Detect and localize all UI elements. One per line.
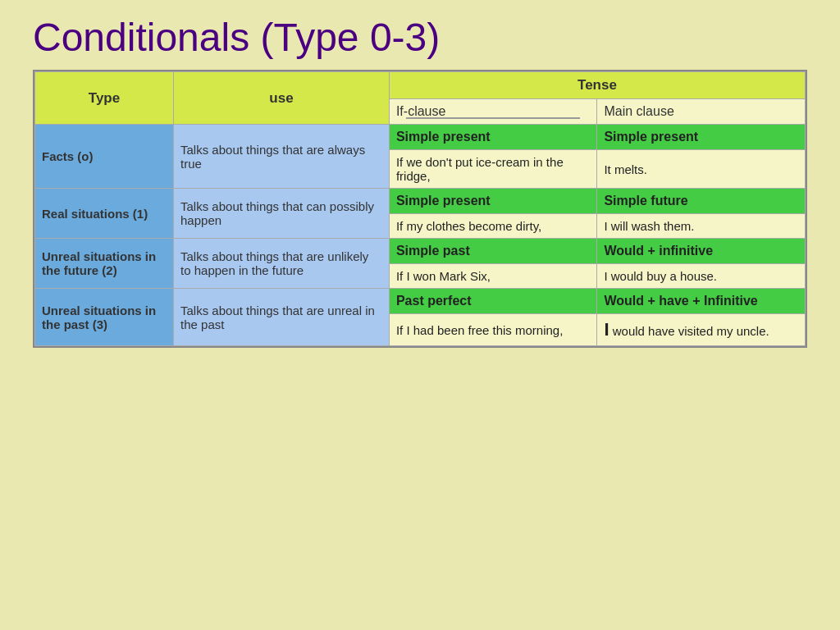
capital-i: I — [604, 319, 609, 340]
row4-tense-main: Would + have + Infinitive — [597, 289, 806, 314]
table-row: Unreal situations in the past (3) Talks … — [35, 289, 806, 314]
col-header-main-clause: Main clause — [597, 99, 806, 125]
row4-example-main-text: would have visited my uncle. — [613, 324, 769, 338]
row3-tense-main: Would + infinitive — [597, 239, 806, 264]
row2-type: Real situations (1) — [35, 189, 174, 239]
col-header-type: Type — [35, 72, 174, 125]
col-header-if-clause: If-clause — [389, 99, 597, 125]
table-row: Facts (o) Talks about things that are al… — [35, 125, 806, 150]
table-row: Real situations (1) Talks about things t… — [35, 189, 806, 214]
row1-use: Talks about things that are always true — [174, 125, 390, 189]
row3-use: Talks about things that are unlikely to … — [174, 239, 390, 289]
row1-tense-main: Simple present — [597, 125, 806, 150]
row2-tense-if: Simple present — [389, 189, 597, 214]
row2-tense-main: Simple future — [597, 189, 806, 214]
header-row-1: Type use Tense — [35, 72, 806, 99]
table-row: Unreal situations in the future (2) Talk… — [35, 239, 806, 264]
row3-tense-if: Simple past — [389, 239, 597, 264]
row3-example-main: I would buy a house. — [597, 264, 806, 289]
row1-example-if: If we don't put ice-cream in the fridge, — [389, 150, 597, 189]
row3-example-if: If I won Mark Six, — [389, 264, 597, 289]
row3-type: Unreal situations in the future (2) — [35, 239, 174, 289]
col-header-use: use — [174, 72, 390, 125]
divider — [406, 117, 581, 119]
conditionals-table: Type use Tense If-clause Main clause Fac… — [34, 71, 806, 346]
row4-type: Unreal situations in the past (3) — [35, 289, 174, 346]
row4-tense-if: Past perfect — [389, 289, 597, 314]
col-header-tense: Tense — [389, 72, 805, 99]
row2-example-main: I will wash them. — [597, 214, 806, 239]
page-title: Conditionals (Type 0-3) — [33, 8, 807, 70]
row1-example-main: It melts. — [597, 150, 806, 189]
main-table-wrapper: Type use Tense If-clause Main clause Fac… — [33, 70, 807, 348]
row1-tense-if: Simple present — [389, 125, 597, 150]
row2-example-if: If my clothes become dirty, — [389, 214, 597, 239]
row4-use: Talks about things that are unreal in th… — [174, 289, 390, 346]
row1-type: Facts (o) — [35, 125, 174, 189]
row4-example-if: If I had been free this morning, — [389, 314, 597, 346]
row4-example-main: I would have visited my uncle. — [597, 314, 806, 346]
row2-use: Talks about things that can possibly hap… — [174, 189, 390, 239]
